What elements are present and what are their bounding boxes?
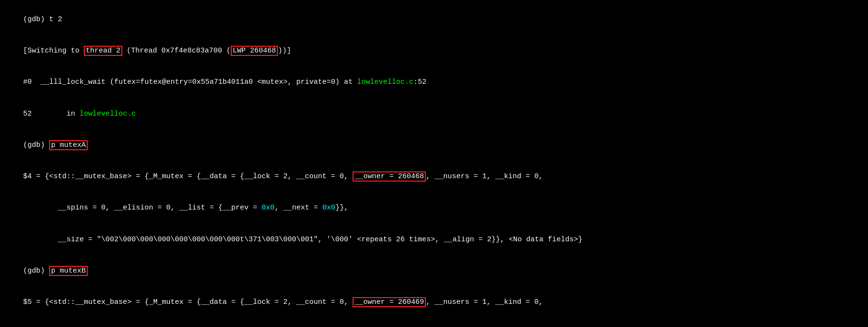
line-6: $4 = {<std::__mutex_base> = {_M_mutex = … [6, 161, 862, 192]
line-5: (gdb) p mutexA [6, 130, 862, 161]
line-11: __spins = 0, __elision = 0, __list = {__… [6, 318, 862, 327]
lwp-260468-box-red: LWP 260468 [231, 46, 278, 56]
line-7: __spins = 0, __elision = 0, __list = {__… [6, 193, 862, 224]
cmd-pmutexA-1: p mutexA [49, 140, 88, 150]
switching-text: [Switching to [23, 47, 84, 55]
gdb-prompt: (gdb) t 2 [23, 15, 62, 24]
line-2: [Switching to thread 2 (Thread 0x7f4e8c8… [6, 35, 862, 66]
cmd-pmutexB-1: p mutexB [49, 266, 88, 276]
owner-260468-red: __owner = 260468 [353, 171, 426, 182]
line-1: (gdb) t 2 [6, 4, 862, 35]
terminal-container: (gdb) t 2 [Switching to thread 2 (Thread… [6, 4, 862, 327]
thread2-box: thread 2 [84, 46, 122, 56]
line-9: (gdb) p mutexB [6, 255, 862, 287]
owner-260469-red: __owner = 260469 [353, 297, 426, 307]
line-3: #0 __lll_lock_wait (futex=futex@entry=0x… [6, 67, 862, 98]
line-8: __size = "\002\000\000\000\000\000\000\0… [6, 224, 862, 255]
line-4: 52 in lowlevelloc.c [6, 98, 862, 130]
line-10: $5 = {<std::__mutex_base> = {_M_mutex = … [6, 287, 862, 318]
